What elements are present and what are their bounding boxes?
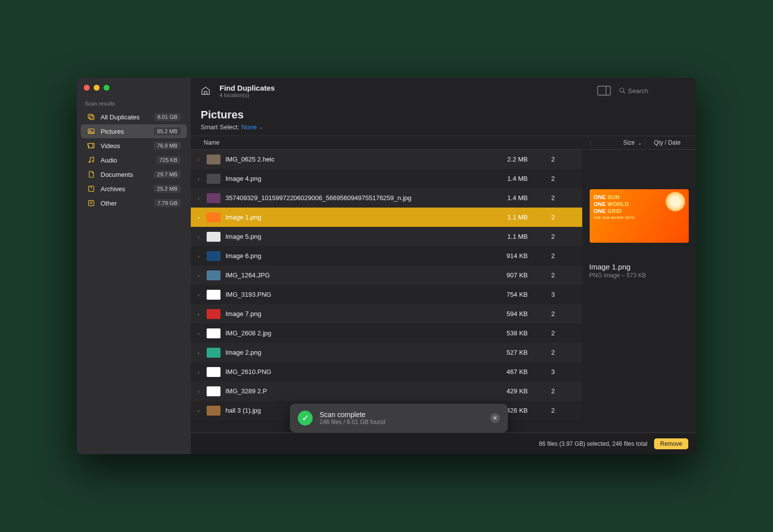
- file-row[interactable]: ›Image 7.png594 KB2: [191, 304, 582, 323]
- other-icon: [87, 199, 96, 208]
- expand-chevron-icon[interactable]: ›: [198, 292, 204, 298]
- expand-chevron-icon[interactable]: ›: [198, 330, 204, 336]
- file-row[interactable]: ›Image 6.png914 KB2: [191, 246, 582, 266]
- file-row[interactable]: ›IMG_2608 2.jpg538 KB2: [191, 323, 582, 343]
- column-headers: Name Size ⌄ Qty / Date: [191, 136, 696, 150]
- file-name: 357409329_10159972206029006_566956094975…: [225, 194, 476, 202]
- video-icon: [87, 141, 96, 150]
- sidebar-item-videos[interactable]: Videos76.9 MB: [81, 139, 187, 153]
- file-thumbnail: [207, 367, 221, 377]
- file-qty: 2: [531, 329, 575, 337]
- expand-chevron-icon[interactable]: ›: [198, 369, 204, 375]
- sidebar-item-archives[interactable]: Archives25.2 MB: [81, 182, 187, 196]
- file-qty: 2: [531, 310, 575, 318]
- sidebar-item-other[interactable]: Other7.79 GB: [81, 196, 187, 210]
- file-thumbnail: [207, 193, 221, 203]
- sort-desc-icon: ⌄: [638, 140, 642, 146]
- column-qty[interactable]: Qty / Date: [645, 139, 689, 146]
- file-row[interactable]: ›Image 5.png1.1 MB2: [191, 227, 582, 246]
- file-row[interactable]: ›IMG_2610.PNG467 KB3: [191, 362, 582, 381]
- toast-close-button[interactable]: ✕: [490, 413, 500, 423]
- stack-icon: [87, 112, 96, 121]
- file-thumbnail: [207, 386, 221, 396]
- file-row[interactable]: ›357409329_10159972206029006_56695609497…: [191, 188, 582, 208]
- file-thumbnail: [207, 328, 221, 338]
- file-name: IMG_0625 2.heic: [225, 156, 476, 163]
- file-qty: 2: [531, 349, 575, 356]
- file-qty: 2: [531, 407, 575, 414]
- file-qty: 2: [531, 156, 575, 163]
- toggle-sidebar-button[interactable]: [597, 86, 611, 96]
- file-size: 907 KB: [476, 271, 531, 279]
- home-icon: [201, 86, 211, 96]
- column-name[interactable]: Name: [198, 139, 590, 146]
- file-thumbnail: [207, 174, 221, 184]
- title-block: Find Duplicates 4 location(s): [220, 84, 275, 98]
- expand-chevron-icon[interactable]: ›: [198, 388, 204, 394]
- file-row[interactable]: ›Image 2.png527 KB2: [191, 343, 582, 362]
- file-row[interactable]: ›IMG_3289 2.P429 KB2: [191, 381, 582, 401]
- file-size: 914 KB: [476, 252, 531, 260]
- file-row[interactable]: ›IMG_1264.JPG907 KB2: [191, 266, 582, 285]
- close-window-button[interactable]: [84, 85, 90, 91]
- preview-meta: PNG image – 573 KB: [589, 272, 689, 279]
- expand-chevron-icon[interactable]: ›: [198, 176, 204, 182]
- expand-chevron-icon[interactable]: ›: [198, 408, 204, 414]
- file-qty: 2: [531, 271, 575, 279]
- preview-filename: Image 1.png: [589, 263, 689, 271]
- app-window: Scan results All Duplicates8.01 GBPictur…: [77, 78, 696, 454]
- panel-icon: [597, 86, 611, 96]
- file-row[interactable]: ›IMG_3193.PNG754 KB3: [191, 285, 582, 304]
- file-row[interactable]: ›Image 4.png1.4 MB2: [191, 169, 582, 188]
- file-name: Image 7.png: [225, 310, 476, 318]
- sidebar-item-pictures[interactable]: Pictures85.2 MB: [81, 124, 187, 138]
- remove-button[interactable]: Remove: [654, 438, 688, 449]
- traffic-lights: [77, 78, 191, 95]
- expand-chevron-icon[interactable]: ›: [198, 234, 204, 240]
- file-size: 1.4 MB: [476, 194, 531, 202]
- sidebar-item-label: Pictures: [101, 128, 124, 135]
- sidebar-item-badge: 7.79 GB: [154, 199, 181, 207]
- file-size: 527 KB: [476, 349, 531, 356]
- file-name: Image 1.png: [225, 213, 476, 221]
- expand-chevron-icon[interactable]: ›: [198, 214, 204, 220]
- svg-rect-11: [89, 201, 94, 206]
- file-name: IMG_1264.JPG: [225, 271, 476, 279]
- file-row[interactable]: ›IMG_0625 2.heic2.2 MB2: [191, 150, 582, 169]
- file-thumbnail: [207, 232, 221, 242]
- file-qty: 3: [531, 368, 575, 375]
- file-thumbnail: [207, 309, 221, 319]
- smart-select-value: None: [241, 123, 257, 131]
- file-size: 1.1 MB: [476, 233, 531, 240]
- file-qty: 2: [531, 194, 575, 202]
- file-name: Image 5.png: [225, 233, 476, 240]
- sidebar-item-all-duplicates[interactable]: All Duplicates8.01 GB: [81, 110, 187, 124]
- expand-chevron-icon[interactable]: ›: [198, 272, 204, 278]
- expand-chevron-icon[interactable]: ›: [198, 195, 204, 201]
- expand-chevron-icon[interactable]: ›: [198, 157, 204, 162]
- smart-select-control[interactable]: Smart Select: None ⌄: [191, 122, 696, 136]
- expand-chevron-icon[interactable]: ›: [198, 311, 204, 317]
- home-button[interactable]: [199, 84, 213, 98]
- file-name: Image 2.png: [225, 349, 476, 356]
- search-placeholder: Search: [628, 87, 648, 95]
- file-thumbnail: [207, 406, 221, 416]
- file-name: Image 6.png: [225, 252, 476, 260]
- sidebar-item-documents[interactable]: Documents29.7 MB: [81, 167, 187, 181]
- file-qty: 2: [531, 252, 575, 260]
- file-row[interactable]: ›Image 1.png1.1 MB2: [191, 208, 582, 227]
- expand-chevron-icon[interactable]: ›: [198, 350, 204, 356]
- sidebar-item-label: Other: [101, 200, 117, 207]
- search-input[interactable]: Search: [619, 87, 688, 95]
- file-name: IMG_3193.PNG: [225, 291, 476, 298]
- file-name: Image 4.png: [225, 175, 476, 182]
- file-size: 1.1 MB: [476, 213, 531, 221]
- column-size[interactable]: Size ⌄: [590, 139, 645, 146]
- file-size: 754 KB: [476, 291, 531, 298]
- minimize-window-button[interactable]: [94, 85, 100, 91]
- expand-chevron-icon[interactable]: ›: [198, 253, 204, 259]
- sidebar-item-audio[interactable]: Audio725 KB: [81, 153, 187, 167]
- toast-title: Scan complete: [320, 411, 385, 419]
- fullscreen-window-button[interactable]: [104, 85, 110, 91]
- scan-complete-toast: ✓ Scan complete 246 files / 8.01 GB foun…: [290, 404, 508, 432]
